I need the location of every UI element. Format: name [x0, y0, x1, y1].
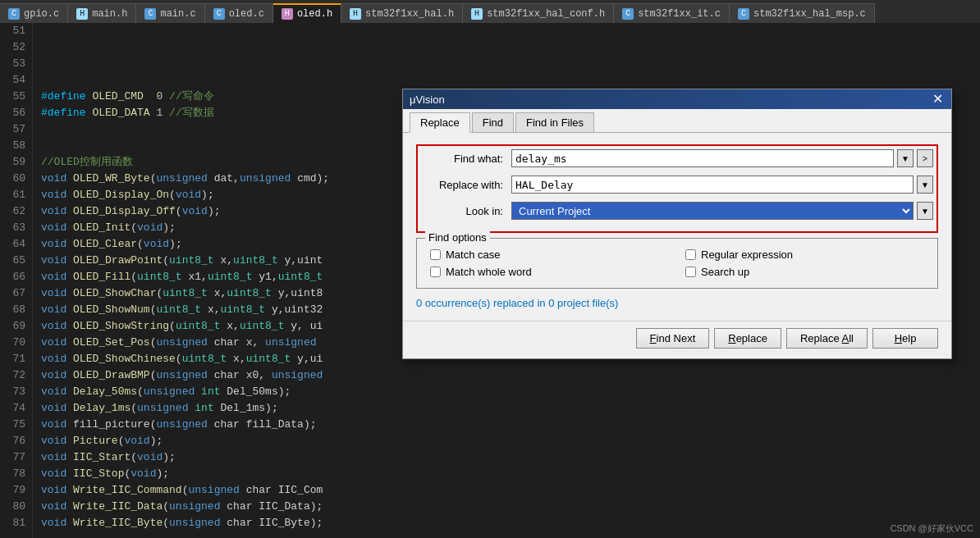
line-number-77: 77 [7, 449, 25, 466]
editor-tab-stm32f1xx-hal-h[interactable]: Hstm32f1xx_hal.h [341, 3, 463, 23]
tab-icon-gpio-c: C [8, 8, 20, 20]
line-number-60: 60 [7, 171, 25, 187]
replace-with-input[interactable] [511, 176, 914, 194]
line-number-76: 76 [7, 433, 25, 449]
replace-with-dropdown[interactable]: ▼ [917, 176, 933, 194]
tab-label-stm32f1xx-it-c: stm32f1xx_it.c [638, 8, 721, 20]
tab-icon-main-c: C [144, 8, 156, 20]
line-number-53: 53 [7, 56, 25, 72]
code-line-52 [41, 39, 980, 56]
line-number-63: 63 [7, 220, 25, 236]
line-number-81: 81 [7, 515, 25, 531]
search-up-option[interactable]: Search up [685, 266, 924, 278]
match-case-option[interactable]: Match case [430, 248, 669, 261]
match-whole-word-option[interactable]: Match whole word [430, 266, 669, 278]
find-next-button[interactable]: Find Next [636, 328, 710, 349]
line-number-54: 54 [7, 72, 25, 89]
line-number-67: 67 [7, 285, 25, 302]
line-number-52: 52 [7, 39, 25, 56]
code-line-76: void Picture(void); [41, 433, 980, 449]
look-in-dropdown[interactable]: ▼ [917, 202, 933, 220]
line-number-65: 65 [7, 253, 25, 269]
regular-expression-checkbox[interactable] [685, 249, 696, 260]
line-number-73: 73 [7, 384, 25, 400]
line-number-57: 57 [7, 121, 25, 138]
tab-find-in-files[interactable]: Find in Files [515, 112, 594, 132]
match-case-label: Match case [446, 248, 500, 261]
line-number-51: 51 [7, 23, 25, 39]
editor-tab-oled-h[interactable]: Holed.h [273, 3, 341, 23]
line-number-62: 62 [7, 203, 25, 220]
code-line-77: void IIC_Start(void); [41, 449, 980, 466]
line-number-74: 74 [7, 400, 25, 417]
match-case-checkbox[interactable] [430, 249, 441, 260]
code-line-79: void Write_IIC_Command(unsigned char IIC… [41, 482, 980, 499]
replace-with-row: Replace with: ▼ [421, 176, 933, 194]
editor-tab-stm32f1xx-hal-conf-h[interactable]: Hstm32f1xx_hal_conf.h [463, 3, 614, 23]
search-up-label: Search up [701, 266, 749, 278]
uvision-dialog: μVision ✕ Replace Find Find in Files Fin… [402, 89, 952, 359]
find-what-extra[interactable]: > [917, 149, 933, 167]
watermark: CSDN @好家伙VCC [890, 522, 973, 535]
line-number-79: 79 [7, 482, 25, 499]
line-number-71: 71 [7, 351, 25, 367]
search-up-checkbox[interactable] [685, 267, 696, 277]
tab-label-oled-c: oled.c [229, 8, 264, 20]
find-what-input-wrap: ▼ > [511, 149, 933, 167]
editor-tab-main-c[interactable]: Cmain.c [136, 3, 204, 23]
editor-tab-main-h[interactable]: Hmain.h [68, 3, 136, 23]
regular-expression-option[interactable]: Regular expression [685, 248, 924, 261]
code-line-51 [41, 23, 980, 39]
line-number-69: 69 [7, 318, 25, 335]
find-what-input[interactable] [511, 149, 894, 167]
tab-label-gpio-c: gpio.c [24, 8, 59, 20]
code-line-75: void fill_picture(unsigned char fill_Dat… [41, 417, 980, 433]
tab-label-main-h: main.h [92, 8, 127, 20]
code-line-54 [41, 72, 980, 89]
replace-with-input-wrap: ▼ [511, 176, 933, 194]
find-options-group: Find options Match case Regular expressi… [416, 238, 938, 289]
tab-bar: Cgpio.cHmain.hCmain.cColed.cHoled.hHstm3… [0, 0, 980, 23]
tab-label-oled-h: oled.h [297, 8, 332, 20]
tab-replace[interactable]: Replace [410, 112, 470, 133]
line-number-75: 75 [7, 417, 25, 433]
replace-with-label: Replace with: [421, 179, 511, 191]
editor-tab-oled-c[interactable]: Coled.c [205, 3, 273, 23]
tab-find[interactable]: Find [472, 112, 514, 132]
replace-button[interactable]: Replace [714, 328, 781, 349]
dialog-footer: Find Next Replace Replace All Help [403, 321, 951, 358]
tab-icon-main-h: H [76, 8, 88, 20]
code-line-53 [41, 56, 980, 72]
tab-icon-oled-h: H [282, 8, 293, 20]
replace-all-underline: Replace All [800, 332, 854, 344]
tab-label-stm32f1xx-hal-h: stm32f1xx_hal.h [365, 8, 454, 20]
tab-icon-oled-c: C [213, 8, 225, 20]
line-number-80: 80 [7, 499, 25, 515]
line-number-55: 55 [7, 89, 25, 105]
match-whole-word-checkbox[interactable] [430, 267, 441, 277]
regular-expression-label: Regular expression [701, 248, 793, 261]
help-button[interactable]: Help [872, 328, 938, 349]
editor-tab-stm32f1xx-it-c[interactable]: Cstm32f1xx_it.c [614, 3, 730, 23]
line-number-56: 56 [7, 105, 25, 121]
editor-tab-gpio-c[interactable]: Cgpio.c [0, 3, 68, 23]
editor-tab-stm32f1xx-hal-msp-c[interactable]: Cstm32f1xx_hal_msp.c [730, 3, 875, 23]
find-what-row: Find what: ▼ > [421, 149, 933, 167]
code-line-81: void Write_IIC_Byte(unsigned char IIC_By… [41, 515, 980, 531]
dialog-tabs: Replace Find Find in Files [403, 109, 951, 133]
tab-label-main-c: main.c [160, 8, 195, 20]
status-text: 0 occurrence(s) replaced in 0 project fi… [416, 297, 938, 309]
line-number-64: 64 [7, 236, 25, 253]
code-line-73: void Delay_50ms(unsigned int Del_50ms); [41, 384, 980, 400]
replace-all-button[interactable]: Replace All [786, 328, 868, 349]
look-in-input-wrap: Current Project ▼ [511, 202, 933, 220]
line-number-66: 66 [7, 269, 25, 285]
tab-icon-stm32f1xx-hal-conf-h: H [471, 8, 483, 20]
find-what-dropdown[interactable]: ▼ [897, 149, 914, 167]
look-in-select[interactable]: Current Project [511, 202, 914, 220]
find-options-legend: Find options [425, 231, 490, 244]
dialog-close-button[interactable]: ✕ [931, 93, 945, 106]
tab-icon-stm32f1xx-hal-h: H [350, 8, 361, 20]
look-in-label: Look in: [421, 205, 511, 217]
line-number-72: 72 [7, 367, 25, 384]
